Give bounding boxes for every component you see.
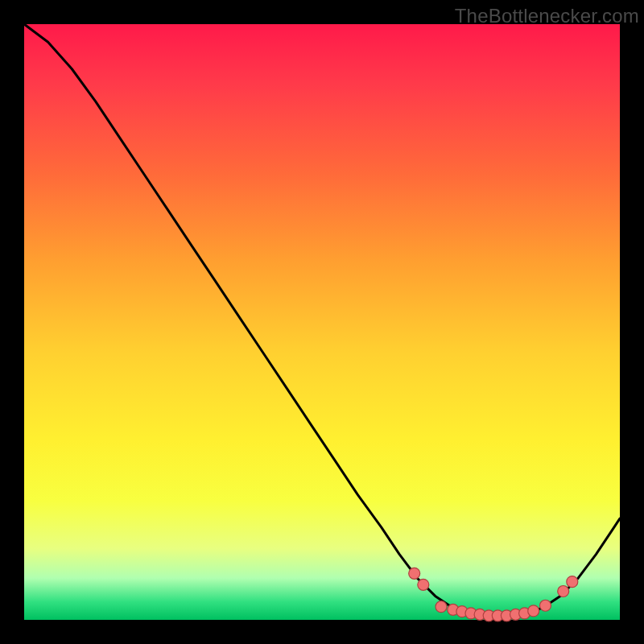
data-marker <box>558 585 569 597</box>
data-marker <box>540 600 551 611</box>
attribution-text: TheBottlenecker.com <box>455 5 639 27</box>
data-marker <box>567 576 578 588</box>
curve-layer <box>24 24 620 617</box>
bottleneck-curve <box>24 24 620 617</box>
chart-svg <box>24 24 620 620</box>
plot-area <box>24 24 620 620</box>
data-marker <box>418 579 429 590</box>
data-marker <box>528 605 539 617</box>
data-marker <box>436 601 447 613</box>
chart-container: TheBottlenecker.com <box>0 0 644 644</box>
data-marker <box>409 568 420 579</box>
